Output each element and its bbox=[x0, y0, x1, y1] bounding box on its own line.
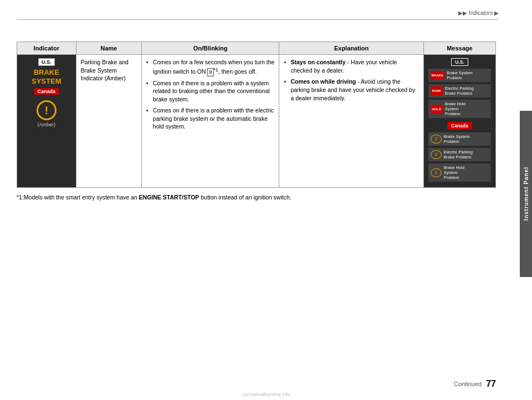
col-header-message: Message bbox=[423, 42, 495, 55]
brake-hold-msg-ca: Brake HoldSystemProblem bbox=[444, 165, 464, 180]
on-blinking-list: Comes on for a few seconds when you turn… bbox=[146, 58, 275, 131]
name-cell: Parking Brake and Brake System Indicator… bbox=[76, 55, 141, 188]
footnote-suffix: button instead of an ignition switch. bbox=[199, 194, 291, 201]
comes-while-driving-bold: Comes on while driving bbox=[290, 78, 356, 85]
list-item: Comes on if there is a problem with the … bbox=[146, 106, 275, 131]
bullet-text-3: Comes on if there is a problem with the … bbox=[153, 107, 274, 130]
explanation-list: Stays on constantly - Have your vehicle … bbox=[284, 58, 418, 102]
list-item: Comes on if there is a problem with a sy… bbox=[146, 79, 275, 104]
breadcrumb: ▶▶ Indicators ▶ bbox=[458, 10, 499, 16]
message-cell: U.S. BRAKE Brake SystemProblem PARK Elec… bbox=[423, 55, 495, 188]
bottom-bar: Continued 77 bbox=[454, 379, 496, 389]
top-divider bbox=[17, 19, 499, 20]
bullet-text-1: Comes on for a few seconds when you turn… bbox=[153, 59, 274, 75]
elec-park-msg-us: Electric ParkingBrake Problem bbox=[445, 86, 474, 96]
exclamation-icon: ! bbox=[37, 100, 57, 120]
list-item: Comes on while driving - Avoid using the… bbox=[284, 78, 418, 102]
chapter-tab-label: Instrument Panel bbox=[523, 167, 529, 220]
indicator-name: Parking Brake and Brake System Indicator… bbox=[81, 59, 129, 81]
msg-us-label: U.S. bbox=[451, 58, 468, 66]
col-header-on-blinking: On/Blinking bbox=[141, 42, 279, 55]
main-content: Indicator Name On/Blinking Explanation M… bbox=[17, 30, 496, 202]
ignition-icon: II bbox=[207, 68, 213, 76]
brake-system-msg-ca: Brake SystemProblem bbox=[444, 134, 470, 144]
col-header-name: Name bbox=[76, 42, 141, 55]
col-header-explanation: Explanation bbox=[279, 42, 423, 55]
us-badge: U.S. bbox=[38, 58, 55, 66]
chapter-tab: Instrument Panel bbox=[520, 111, 532, 277]
table-row: U.S. BRAKE SYSTEM Canada ! (Amber) Parki… bbox=[17, 55, 496, 188]
breadcrumb-text: ▶▶ Indicators ▶ bbox=[458, 10, 499, 16]
msg-item-elec-park-ca: i Electric ParkingBrake Problem bbox=[428, 148, 491, 161]
i-icon-brake-ca: i bbox=[431, 135, 442, 143]
brake-hold-msg-us: Brake HoldSystemProblem bbox=[445, 101, 466, 116]
msg-item-brake-hold-us: HOLD Brake HoldSystemProblem bbox=[428, 100, 491, 118]
msg-canada-label: Canada bbox=[447, 122, 472, 130]
col-header-indicator: Indicator bbox=[17, 42, 76, 55]
list-item: Stays on constantly - Have your vehicle … bbox=[284, 58, 418, 74]
msg-item-brake-hold-ca: i Brake HoldSystemProblem bbox=[428, 163, 491, 182]
elec-park-msg-ca: Electric ParkingBrake Problem bbox=[444, 150, 473, 160]
indicators-table: Indicator Name On/Blinking Explanation M… bbox=[17, 42, 496, 188]
continued-label: Continued bbox=[454, 381, 482, 387]
i-icon-hold-ca: i bbox=[431, 168, 442, 177]
park-icon-us: PARK bbox=[431, 86, 443, 95]
footnote: *1:Models with the smart entry system ha… bbox=[17, 193, 496, 202]
i-icon-park-ca: i bbox=[431, 150, 442, 159]
hold-icon-us: HOLD bbox=[431, 105, 443, 114]
canada-badge: Canada bbox=[34, 88, 59, 95]
indicator-cell: U.S. BRAKE SYSTEM Canada ! (Amber) bbox=[17, 55, 76, 188]
footnote-prefix: *1:Models with the smart entry system ha… bbox=[17, 194, 139, 201]
watermark: carmanualsonline.info bbox=[0, 392, 532, 397]
stays-on-bold: Stays on constantly bbox=[290, 59, 345, 65]
brake-icon-us: BRAKE bbox=[431, 71, 444, 80]
on-blinking-cell: Comes on for a few seconds when you turn… bbox=[141, 55, 279, 188]
list-item: Comes on for a few seconds when you turn… bbox=[146, 58, 275, 76]
brake-text: BRAKE SYSTEM bbox=[22, 68, 71, 85]
msg-item-brake-system-us: BRAKE Brake SystemProblem bbox=[428, 69, 491, 82]
msg-item-brake-system-ca: i Brake SystemProblem bbox=[428, 132, 491, 146]
explanation-cell: Stays on constantly - Have your vehicle … bbox=[279, 55, 423, 188]
bullet-text-2: Comes on if there is a problem with a sy… bbox=[153, 80, 270, 102]
msg-item-elec-park-us: PARK Electric ParkingBrake Problem bbox=[428, 84, 491, 98]
amber-label: (Amber) bbox=[22, 122, 71, 127]
page-number: 77 bbox=[486, 379, 496, 389]
footnote-bold: ENGINE START/STOP bbox=[139, 194, 200, 201]
brake-system-msg-us: Brake SystemProblem bbox=[447, 70, 473, 80]
